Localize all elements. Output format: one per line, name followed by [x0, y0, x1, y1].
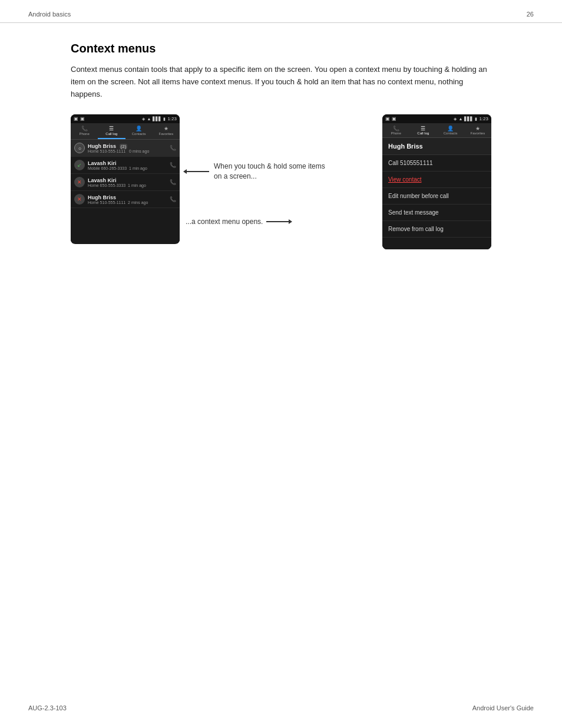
page-footer: AUG-2.3-103 Android User's Guide [0, 704, 562, 711]
right-contacts-tab-icon: 👤 [447, 126, 454, 131]
call-icon-1: 📞 [170, 145, 176, 151]
header-section-label: Android basics [28, 11, 71, 18]
right-signal-bars: ▋▋▋ [464, 117, 473, 121]
left-tab-phone[interactable]: 📞 Phone [71, 123, 98, 139]
right-tab-contacts[interactable]: 👤 Contacts [437, 123, 464, 137]
illustration-wrapper: ▣ ▣ ◈ ▲ ▋▋▋ ▮ 1:23 📞 Phone [71, 114, 491, 249]
wifi-icon: ▲ [147, 117, 151, 121]
right-status-left: ▣ ▣ [385, 116, 396, 121]
ctx-menu-item-sms[interactable]: Send text message [382, 205, 491, 221]
contact-avatar-4: ✕ [74, 194, 85, 205]
list-item-2[interactable]: ↙ Lavash Kiri Mobile 660-265-3333 1 min … [71, 157, 180, 174]
list-item-1[interactable]: ⊙ Hugh Briss (2) Home 510-555-1111 0 min… [71, 140, 180, 157]
contact-avatar-2: ↙ [74, 160, 85, 170]
favorites-tab-icon: ★ [163, 126, 170, 131]
left-phone-list: ⊙ Hugh Briss (2) Home 510-555-1111 0 min… [71, 140, 180, 243]
ctx-menu-item-edit[interactable]: Edit number before call [382, 188, 491, 205]
right-tab-phone-label: Phone [391, 131, 401, 135]
item-text-4: Hugh Briss Home 510-555-1111 2 mins ago [88, 195, 170, 205]
phone-tab-icon: 📞 [81, 126, 88, 131]
item-detail-4: Home 510-555-1111 2 mins ago [88, 200, 170, 205]
right-tab-calllog[interactable]: ☰ Call log [409, 123, 437, 137]
tab-favorites-label: Favorites [159, 132, 174, 136]
right-tab-phone[interactable]: 📞 Phone [382, 123, 409, 137]
right-status-bar: ▣ ▣ ◈ ▲ ▋▋▋ ▮ 1:23 [382, 114, 491, 123]
arrow-left-1 [186, 171, 209, 172]
item-name-1: Hugh Briss (2) [88, 143, 170, 149]
list-spacer [71, 208, 180, 243]
right-signal-icon: ◈ [454, 117, 457, 121]
page-header: Android basics 26 [0, 0, 562, 23]
annotation-text-1: When you touch & hold some items on a sc… [214, 162, 325, 182]
item-name-2: Lavash Kiri [88, 160, 170, 166]
tab-phone-label: Phone [79, 132, 89, 136]
status-icon-2: ▣ [80, 116, 85, 121]
item-badge-1: (2) [120, 144, 128, 149]
left-tab-favorites[interactable]: ★ Favorites [153, 123, 180, 139]
status-icon-1: ▣ [74, 116, 78, 121]
left-tab-contacts[interactable]: 👤 Contacts [125, 123, 153, 139]
left-phone-tabs: 📞 Phone ☰ Call log 👤 Contacts ★ Favorite… [71, 123, 180, 140]
context-menu-footer-space [382, 238, 491, 249]
annotation-area: When you touch & hold some items on a sc… [180, 114, 382, 244]
list-item-4[interactable]: ✕ Hugh Briss Home 510-555-1111 2 mins ag… [71, 191, 180, 208]
ctx-menu-item-call[interactable]: Call 5105551111 [382, 155, 491, 172]
item-text-2: Lavash Kiri Mobile 660-265-3333 1 min ag… [88, 160, 170, 170]
context-menu-list: Hugh Briss Call 5105551111 View contact … [382, 138, 491, 249]
right-battery-icon: ▮ [475, 117, 477, 121]
main-content: Context menus Context menus contain tool… [0, 23, 562, 285]
tab-contacts-label: Contacts [132, 132, 146, 136]
footer-left: AUG-2.3-103 [28, 704, 67, 711]
left-status-bar: ▣ ▣ ◈ ▲ ▋▋▋ ▮ 1:23 [71, 114, 180, 123]
right-wifi-icon: ▲ [458, 117, 462, 121]
signal-bars: ▋▋▋ [153, 117, 161, 121]
left-phone-mockup: ▣ ▣ ◈ ▲ ▋▋▋ ▮ 1:23 📞 Phone [71, 114, 180, 244]
contact-avatar-3: ✕ [74, 177, 85, 187]
call-icon-2: 📞 [170, 162, 176, 168]
illustration: ▣ ▣ ◈ ▲ ▋▋▋ ▮ 1:23 📞 Phone [71, 114, 491, 249]
right-phone-tabs: 📞 Phone ☰ Call log 👤 Contacts ★ Favorite… [382, 123, 491, 138]
annotation-line-1: When you touch & hold some items on a sc… [186, 162, 325, 182]
ctx-menu-item-view[interactable]: View contact [382, 172, 491, 188]
left-status-icons: ▣ ▣ [74, 116, 85, 121]
item-detail-3: Home 650-555-3333 1 min ago [88, 183, 170, 187]
section-description: Context menus contain tools that apply t… [71, 64, 491, 100]
right-status-right: ◈ ▲ ▋▋▋ ▮ 1:23 [454, 116, 488, 121]
item-text-1: Hugh Briss (2) Home 510-555-1111 0 mins … [88, 143, 170, 153]
contacts-tab-icon: 👤 [135, 126, 143, 131]
right-status-icon-2: ▣ [392, 116, 396, 121]
section-title: Context menus [71, 42, 491, 55]
header-page-number: 26 [527, 11, 534, 18]
calllog-tab-icon: ☰ [108, 126, 115, 131]
footer-right: Android User's Guide [472, 704, 534, 711]
right-favorites-tab-icon: ★ [475, 126, 480, 131]
right-phone-mockup: ▣ ▣ ◈ ▲ ▋▋▋ ▮ 1:23 📞 Phone [382, 114, 491, 249]
battery-icon: ▮ [163, 117, 166, 121]
left-tab-calllog[interactable]: ☰ Call log [98, 123, 125, 139]
item-detail-2: Mobile 660-265-3333 1 min ago [88, 166, 170, 170]
item-text-3: Lavash Kiri Home 650-555-3333 1 min ago [88, 177, 170, 187]
right-tab-calllog-label: Call log [417, 131, 429, 135]
context-menu-header: Hugh Briss [382, 138, 491, 155]
left-status-right: ◈ ▲ ▋▋▋ ▮ 1:23 [142, 116, 177, 121]
item-name-3: Lavash Kiri [88, 177, 170, 183]
right-status-icon-1: ▣ [385, 116, 390, 121]
right-tab-favorites-label: Favorites [471, 131, 485, 135]
item-name-4: Hugh Briss [88, 195, 170, 200]
ctx-menu-item-remove[interactable]: Remove from call log [382, 221, 491, 238]
call-icon-3: 📞 [170, 179, 176, 185]
contact-avatar-1: ⊙ [74, 143, 85, 153]
right-clock: 1:23 [479, 116, 488, 121]
signal-icon: ◈ [142, 117, 145, 121]
right-phone-tab-icon: 📞 [393, 126, 399, 131]
right-tab-favorites[interactable]: ★ Favorites [464, 123, 491, 137]
annotation-bottom: ...a context menu opens. [186, 217, 382, 227]
call-icon-4: 📞 [170, 196, 176, 202]
right-calllog-tab-icon: ☰ [421, 126, 425, 131]
list-item-3[interactable]: ✕ Lavash Kiri Home 650-555-3333 1 min ag… [71, 174, 180, 191]
annotation-top: When you touch & hold some items on a sc… [186, 162, 382, 182]
tab-calllog-label: Call log [105, 132, 117, 136]
left-clock: 1:23 [167, 116, 177, 121]
annotation-text-2: ...a context menu opens. [186, 217, 263, 227]
arrow-right-1 [266, 221, 290, 222]
